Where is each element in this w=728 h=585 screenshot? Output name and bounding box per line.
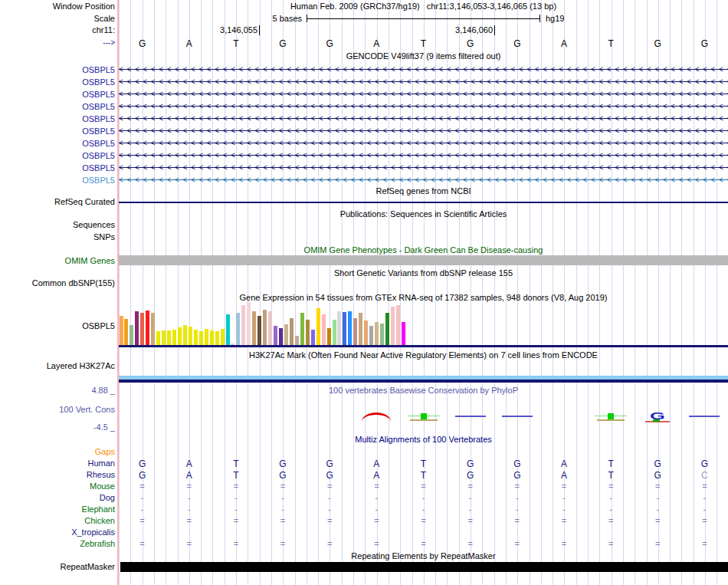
multiz-align-symbol[interactable]: = [608,516,613,525]
gtex-tissue-bar[interactable] [167,330,171,345]
gtex-tissue-bar[interactable] [343,312,346,345]
multiz-align-symbol[interactable]: = [187,539,192,548]
multiz-align-symbol[interactable]: - [234,493,238,502]
multiz-align-symbol[interactable]: = [608,539,613,548]
multiz-base-letter[interactable]: A [373,470,379,481]
multiz-base-letter[interactable]: T [608,458,613,469]
multiz-align-symbol[interactable]: = [187,516,192,525]
dbsnp-label[interactable]: Common dbSNP(155) [0,278,115,288]
multiz-align-symbol[interactable]: - [516,504,519,514]
gtex-tissue-bar[interactable] [162,330,166,345]
multiz-base-letter[interactable]: A [186,458,192,469]
multiz-align-symbol[interactable]: = [467,539,472,548]
multiz-align-symbol[interactable]: - [375,504,379,514]
multiz-align-symbol[interactable]: - [562,504,566,514]
multiz-align-symbol[interactable]: = [608,481,613,491]
multiz-base-letter[interactable]: G [326,458,333,469]
multiz-base-letter[interactable]: T [608,470,613,481]
multiz-align-symbol[interactable]: - [703,493,707,502]
multiz-base-letter[interactable]: T [421,470,426,481]
multiz-base-letter[interactable]: C [701,470,708,481]
multiz-base-letter[interactable]: G [279,470,286,481]
gencode-item-label[interactable]: OSBPL5 [0,90,115,99]
gencode-item-label[interactable]: OSBPL5 [0,127,115,136]
multiz-base-letter[interactable]: A [373,458,379,469]
multiz-base-letter[interactable]: G [654,470,661,481]
gtex-barchart[interactable] [119,302,728,345]
multiz-align-symbol[interactable]: - [703,504,707,514]
multiz-base-letter[interactable]: A [186,470,192,481]
gencode-item-label[interactable]: OSBPL5 [0,102,115,111]
multiz-align-symbol[interactable]: = [374,481,379,491]
gtex-tissue-bar[interactable] [316,308,320,345]
gtex-tissue-bar[interactable] [369,326,373,345]
multiz-align-symbol[interactable]: - [609,493,612,502]
multiz-align-symbol[interactable]: - [469,504,472,514]
cons-blue-dash[interactable] [455,416,486,417]
gtex-tissue-bar[interactable] [140,313,144,345]
multiz-align-symbol[interactable]: = [187,481,192,491]
gtex-tissue-bar[interactable] [348,311,352,345]
multiz-align-symbol[interactable]: = [421,539,425,548]
gtex-tissue-bar[interactable] [306,320,310,345]
cons-khaki-line[interactable] [597,419,625,421]
gtex-tissue-bar[interactable] [295,336,299,345]
gtex-tissue-bar[interactable] [156,331,160,345]
gencode-transcript[interactable]: <<<<<<<<<<<<<<<<<<<<<<<<<<<<<<<<<<<<<<<<… [119,138,728,148]
multiz-base-letter[interactable]: G [513,458,520,469]
gencode-transcript[interactable]: <<<<<<<<<<<<<<<<<<<<<<<<<<<<<<<<<<<<<<<<… [119,64,728,74]
multiz-base-letter[interactable]: G [701,458,708,469]
gtex-tissue-bar[interactable] [221,329,225,345]
gtex-tissue-bar[interactable] [263,310,267,345]
multiz-base-letter[interactable]: G [139,458,146,469]
multiz-align-symbol[interactable]: = [234,481,238,491]
gencode-item-label[interactable]: OSBPL5 [0,139,115,148]
multiz-species-label[interactable]: Chicken [0,516,115,525]
gencode-transcript[interactable]: <<<<<<<<<<<<<<<<<<<<<<<<<<<<<<<<<<<<<<<<… [119,77,728,87]
multiz-align-symbol[interactable]: = [280,539,285,548]
multiz-base-letter[interactable]: G [279,458,286,469]
multiz-align-symbol[interactable]: - [609,504,612,514]
gtex-tissue-bar[interactable] [194,330,198,345]
multiz-align-symbol[interactable]: = [327,539,332,548]
multiz-align-symbol[interactable]: - [516,493,519,502]
gtex-tissue-bar[interactable] [353,318,357,345]
gtex-tissue-bar[interactable] [300,313,304,345]
gtex-gene-label[interactable]: OSBPL5 [0,321,115,330]
multiz-base-letter[interactable]: G [467,470,474,481]
gencode-item-label[interactable]: OSBPL5 [0,114,115,123]
gtex-tissue-bar[interactable] [124,319,128,345]
multiz-align-symbol[interactable]: - [469,493,472,502]
gtex-tissue-bar[interactable] [375,322,379,345]
multiz-align-symbol[interactable]: - [656,493,659,502]
gtex-tissue-bar[interactable] [257,316,261,345]
multiz-align-symbol[interactable]: = [139,481,144,491]
multiz-base-letter[interactable]: G [467,458,474,469]
multiz-align-symbol[interactable]: - [375,493,379,502]
gtex-tissue-bar[interactable] [327,328,331,345]
multiz-align-symbol[interactable]: = [139,539,144,548]
multiz-align-symbol[interactable]: = [562,516,566,525]
multiz-align-symbol[interactable]: = [467,481,472,491]
multiz-align-symbol[interactable]: = [515,539,520,548]
multiz-base-letter[interactable]: T [233,470,238,481]
gtex-tissue-bar[interactable] [205,329,208,345]
multiz-align-symbol[interactable]: = [655,539,660,548]
gtex-tissue-bar[interactable] [226,314,230,345]
cons-blue-dash[interactable] [689,416,720,417]
multiz-align-symbol[interactable]: = [280,516,285,525]
multiz-species-label[interactable]: Human [0,458,115,468]
gencode-item-label[interactable]: OSBPL5 [0,65,115,74]
cons-green-box[interactable] [421,413,427,419]
gtex-tissue-bar[interactable] [279,328,283,345]
multiz-align-symbol[interactable]: = [702,481,707,491]
gtex-tissue-bar[interactable] [337,311,341,345]
gtex-tissue-bar[interactable] [385,313,389,345]
multiz-species-label[interactable]: Zebrafish [0,539,115,548]
gtex-tissue-bar[interactable] [210,330,214,345]
multiz-align-symbol[interactable]: = [327,481,332,491]
cons-track-label[interactable]: 100 Vert. Cons [0,405,115,414]
omim-gene-bar[interactable] [119,255,728,265]
multiz-align-symbol[interactable]: - [234,504,238,514]
multiz-align-symbol[interactable]: - [281,493,284,502]
